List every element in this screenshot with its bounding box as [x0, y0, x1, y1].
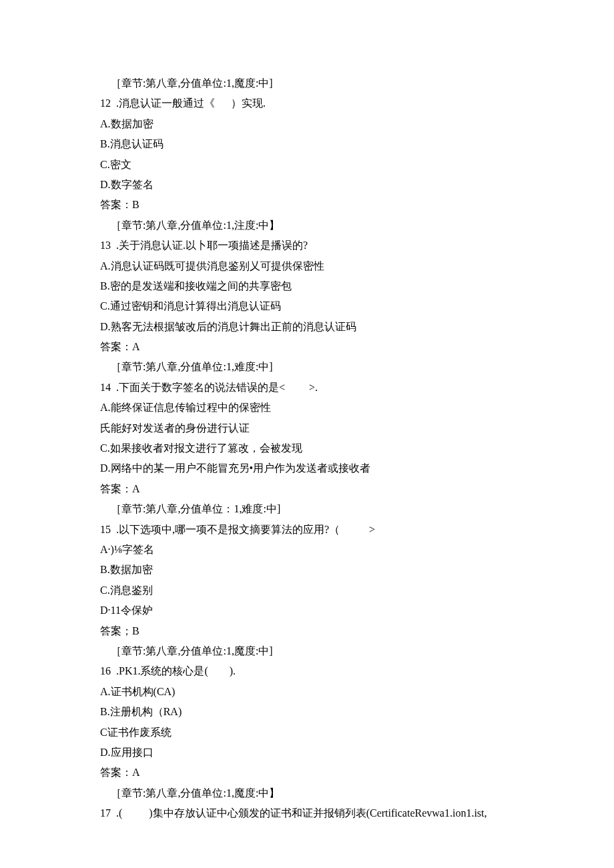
text-line: D.网络中的某一用户不能冒充另•用户作为发送者或接收者 [100, 458, 527, 478]
text-line: 氏能好对发送者的身份进行认证 [100, 418, 527, 438]
text-line: 17 .( )集中存放认证中心颁发的证书和证并报销列表(CertificateR… [100, 803, 527, 823]
text-line: C.如果接收者对报文进行了篡改，会被发现 [100, 438, 527, 458]
text-line: D.熟客无法根据皱改后的消息计舞出正前的消息认证码 [100, 317, 527, 337]
text-line: A.数据加密 [100, 114, 527, 134]
text-line: A·)⅛字签名 [100, 540, 527, 560]
text-line: C.消息鉴别 [100, 580, 527, 600]
text-line: C证书作废系统 [100, 723, 527, 743]
text-line: B.密的是发送端和接收端之间的共享密包 [100, 276, 527, 296]
text-line: 12 .消息认证一般通过《 ）实现. [100, 93, 527, 113]
text-line: ［章节:第八章,分值单位:1,魔度:中] [100, 641, 527, 661]
text-line: 答案：A [100, 763, 527, 783]
text-line: C.密文 [100, 155, 527, 175]
text-line: 16 .PK1.系统的核心是( ). [100, 661, 527, 681]
text-line: D·11令保妒 [100, 600, 527, 620]
text-line: 答案：A [100, 337, 527, 357]
text-line: ［章节:第八章,分值单位：1,难度:中] [100, 499, 527, 519]
text-line: 答案；B [100, 621, 527, 641]
text-line: A.消息认证码既可提供消息鉴别乂可提供保密性 [100, 256, 527, 276]
text-line: D.应用接口 [100, 743, 527, 763]
text-line: ［章节:第八章,分值单位:1,难度:中] [100, 357, 527, 377]
text-line: B.消息认证码 [100, 134, 527, 154]
text-line: ［章节:第八章,分值单位:1,注度:中】 [100, 215, 527, 236]
text-line: 14 .下面关于数字签名的说法错误的是< >. [100, 378, 527, 398]
text-line: 15 .以下选项中,哪一项不是报文摘要算法的应用?（ > [100, 520, 527, 540]
document-content: ［章节:第八章,分值单位:1,魔度:中]12 .消息认证一般通过《 ）实现.A.… [100, 73, 527, 823]
text-line: C.通过密钥和消息计算得出消息认证码 [100, 296, 527, 316]
text-line: 答案：A [100, 479, 527, 499]
text-line: 答案：B [100, 195, 527, 215]
text-line: B.数据加密 [100, 560, 527, 580]
text-line: A.证书机构(CA) [100, 682, 527, 702]
text-line: ［章节:第八章,分值单位:1,魔度:中] [100, 73, 527, 93]
text-line: D.数字签名 [100, 175, 527, 195]
text-line: A.能终保证信息传输过程中的保密性 [100, 398, 527, 418]
text-line: 13 .关于消息认证.以卜耶一项描述是播误的? [100, 236, 527, 256]
text-line: ［章节:第八章,分值单位:1,魔度:中】 [100, 783, 527, 803]
document-page: ［章节:第八章,分值单位:1,魔度:中]12 .消息认证一般通过《 ）实现.A.… [0, 0, 614, 868]
text-line: B.注册机构（RA) [100, 702, 527, 722]
